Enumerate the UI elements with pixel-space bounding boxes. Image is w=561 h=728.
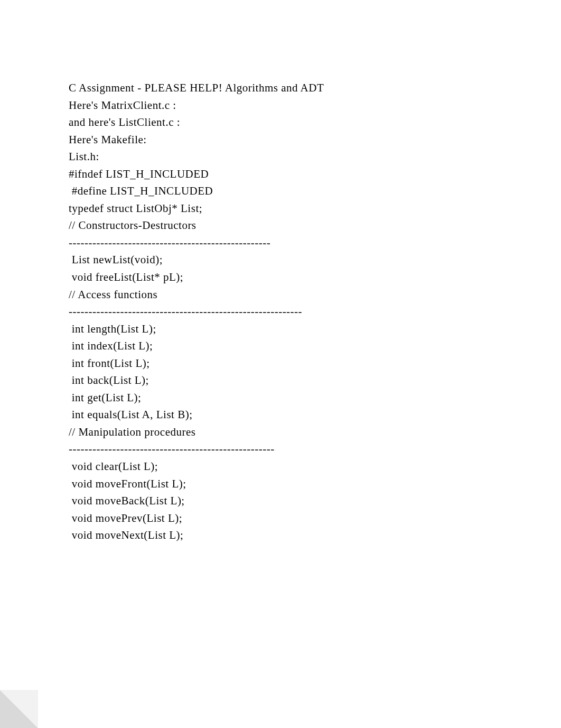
code-line: // Access functions xyxy=(69,286,492,303)
code-line: Here's Makefile: xyxy=(69,131,492,149)
code-line: #define LIST_H_INCLUDED xyxy=(69,182,492,200)
code-line: void clear(List L); xyxy=(69,458,492,475)
code-line: int index(List L); xyxy=(69,337,492,355)
code-line: int equals(List A, List B); xyxy=(69,406,492,423)
document-content: C Assignment - PLEASE HELP! Algorithms a… xyxy=(69,79,492,544)
code-line: void moveNext(List L); xyxy=(69,527,492,544)
code-line: // Manipulation procedures xyxy=(69,423,492,441)
code-line: List.h: xyxy=(69,148,492,165)
code-line: void moveFront(List L); xyxy=(69,475,492,493)
code-line: int front(List L); xyxy=(69,355,492,372)
code-line: and here's ListClient.c : xyxy=(69,114,492,131)
code-line: int back(List L); xyxy=(69,372,492,389)
code-line: Here's MatrixClient.c : xyxy=(69,97,492,114)
code-line: void moveBack(List L); xyxy=(69,492,492,510)
code-line: void movePrev(List L); xyxy=(69,510,492,527)
code-line: // Constructors-Destructors xyxy=(69,217,492,234)
code-line: C Assignment - PLEASE HELP! Algorithms a… xyxy=(69,79,492,97)
code-line: int get(List L); xyxy=(69,389,492,407)
code-line: #ifndef LIST_H_INCLUDED xyxy=(69,165,492,183)
code-line: int length(List L); xyxy=(69,320,492,338)
code-line: ----------------------------------------… xyxy=(69,303,492,320)
code-line: typedef struct ListObj* List; xyxy=(69,200,492,217)
code-line: ----------------------------------------… xyxy=(69,234,492,252)
page-fold-icon xyxy=(0,690,38,728)
code-line: List newList(void); xyxy=(69,251,492,269)
code-line: ----------------------------------------… xyxy=(69,440,492,458)
code-line: void freeList(List* pL); xyxy=(69,269,492,286)
